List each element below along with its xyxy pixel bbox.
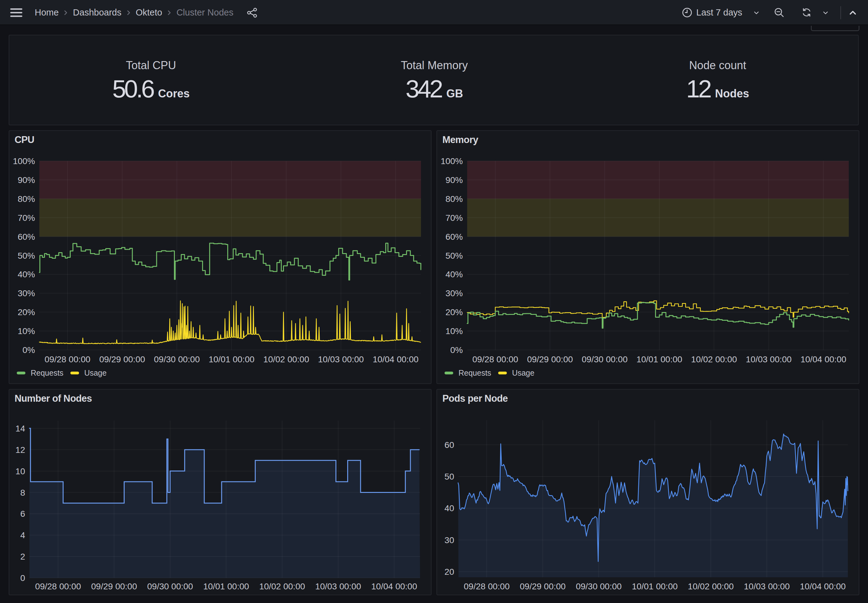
svg-text:09/29 00:00: 09/29 00:00 xyxy=(520,581,566,591)
svg-text:30%: 30% xyxy=(18,289,35,298)
svg-text:14: 14 xyxy=(15,424,25,433)
svg-text:2: 2 xyxy=(20,552,25,561)
svg-text:10/01 00:00: 10/01 00:00 xyxy=(637,354,682,364)
svg-text:10/04 00:00: 10/04 00:00 xyxy=(800,581,846,591)
svg-text:09/30 00:00: 09/30 00:00 xyxy=(582,354,628,364)
svg-text:50%: 50% xyxy=(446,251,463,261)
svg-text:10%: 10% xyxy=(446,326,463,336)
svg-text:6: 6 xyxy=(20,509,25,519)
svg-text:10/03 00:00: 10/03 00:00 xyxy=(744,581,790,591)
svg-text:10/04 00:00: 10/04 00:00 xyxy=(373,354,418,364)
svg-text:10/01 00:00: 10/01 00:00 xyxy=(632,581,678,591)
svg-text:100%: 100% xyxy=(441,156,463,166)
svg-text:09/30 00:00: 09/30 00:00 xyxy=(576,581,621,591)
svg-text:40%: 40% xyxy=(18,269,35,279)
svg-text:40%: 40% xyxy=(446,269,463,279)
svg-text:09/28 00:00: 09/28 00:00 xyxy=(464,581,510,591)
svg-text:12: 12 xyxy=(15,445,25,455)
svg-text:30: 30 xyxy=(444,535,454,545)
svg-text:10/03 00:00: 10/03 00:00 xyxy=(318,354,364,364)
svg-text:90%: 90% xyxy=(446,175,463,185)
svg-text:10/01 00:00: 10/01 00:00 xyxy=(203,581,249,591)
svg-text:09/29 00:00: 09/29 00:00 xyxy=(99,354,145,364)
svg-text:20%: 20% xyxy=(446,308,463,317)
svg-text:20: 20 xyxy=(444,567,454,577)
svg-text:10/03 00:00: 10/03 00:00 xyxy=(315,581,361,591)
svg-text:20%: 20% xyxy=(18,308,35,317)
svg-text:10/04 00:00: 10/04 00:00 xyxy=(372,581,417,591)
svg-text:10/01 00:00: 10/01 00:00 xyxy=(209,354,254,364)
svg-text:40: 40 xyxy=(444,503,454,513)
svg-text:60%: 60% xyxy=(446,232,463,242)
svg-text:80%: 80% xyxy=(446,194,463,204)
svg-text:30%: 30% xyxy=(446,289,463,298)
svg-text:09/28 00:00: 09/28 00:00 xyxy=(472,354,518,364)
svg-text:09/29 00:00: 09/29 00:00 xyxy=(91,581,137,591)
svg-text:09/30 00:00: 09/30 00:00 xyxy=(154,354,200,364)
svg-text:0%: 0% xyxy=(23,345,35,355)
svg-text:60: 60 xyxy=(444,440,454,450)
svg-text:70%: 70% xyxy=(18,213,35,223)
svg-text:50%: 50% xyxy=(18,251,35,261)
svg-text:10/02 00:00: 10/02 00:00 xyxy=(259,581,305,591)
svg-text:60%: 60% xyxy=(18,232,35,242)
svg-text:09/30 00:00: 09/30 00:00 xyxy=(147,581,193,591)
svg-text:10%: 10% xyxy=(18,326,35,336)
svg-text:0: 0 xyxy=(20,573,25,583)
svg-text:09/28 00:00: 09/28 00:00 xyxy=(35,581,81,591)
svg-text:50: 50 xyxy=(444,472,454,481)
svg-text:100%: 100% xyxy=(13,156,35,166)
svg-text:70%: 70% xyxy=(446,213,463,223)
svg-text:10/03 00:00: 10/03 00:00 xyxy=(746,354,792,364)
svg-text:09/28 00:00: 09/28 00:00 xyxy=(45,354,91,364)
svg-text:10/02 00:00: 10/02 00:00 xyxy=(691,354,737,364)
svg-text:80%: 80% xyxy=(18,194,35,204)
svg-text:10/02 00:00: 10/02 00:00 xyxy=(688,581,734,591)
svg-text:09/29 00:00: 09/29 00:00 xyxy=(527,354,573,364)
svg-text:10: 10 xyxy=(15,467,25,476)
svg-text:0%: 0% xyxy=(450,345,463,355)
svg-text:8: 8 xyxy=(20,488,25,498)
svg-text:4: 4 xyxy=(20,530,25,540)
svg-text:90%: 90% xyxy=(18,175,35,185)
svg-text:10/02 00:00: 10/02 00:00 xyxy=(263,354,309,364)
svg-text:10/04 00:00: 10/04 00:00 xyxy=(800,354,846,364)
